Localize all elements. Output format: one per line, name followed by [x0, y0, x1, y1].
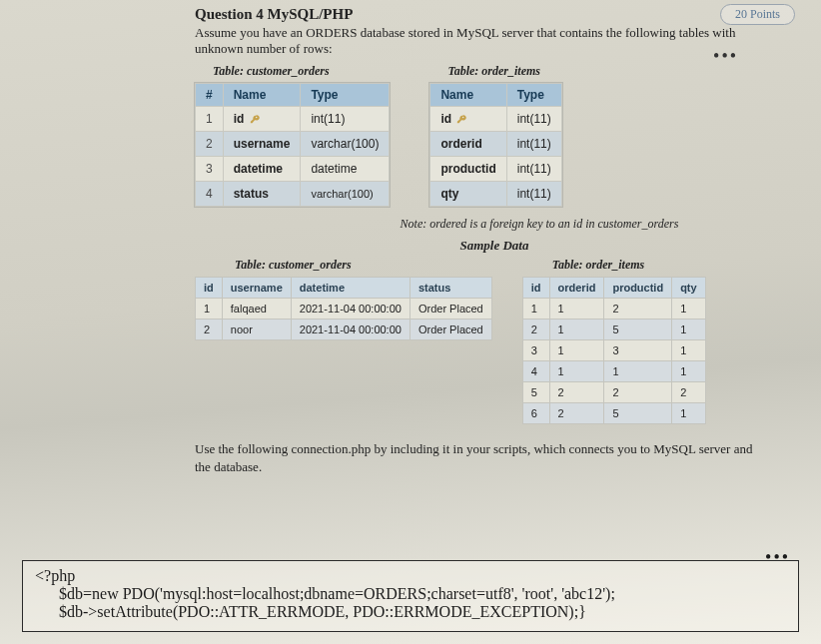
table-row: 2 noor 2021-11-04 00:00:00 Order Placed	[196, 320, 492, 340]
table-row: 5222	[522, 382, 705, 403]
sample-order-items: Table: order_items id orderid productid …	[522, 256, 706, 424]
more-icon[interactable]: •••	[765, 547, 790, 568]
connection-instruction: Use the following connection.php by incl…	[195, 440, 754, 475]
col-type: Type	[506, 84, 561, 107]
schema-caption: Table: customer_orders	[213, 64, 390, 79]
schema-table-right: Name Type id int(11) orderid int(11) pro…	[429, 83, 561, 207]
schema-order-items: Table: order_items Name Type id int(11) …	[429, 62, 561, 207]
table-row: 1 id int(11)	[196, 107, 390, 132]
table-row: qty int(11)	[430, 182, 561, 207]
more-icon[interactable]: •••	[713, 46, 738, 67]
schema-table-left: # Name Type 1 id int(11) 2 username varc…	[195, 83, 390, 207]
col-num: #	[196, 84, 224, 107]
schema-caption: Table: order_items	[447, 64, 561, 79]
table-row: 4111	[522, 361, 705, 382]
table-row: 3131	[522, 340, 705, 361]
sample-customer-orders: Table: customer_orders id username datet…	[195, 256, 492, 340]
code-line: <?php	[35, 567, 786, 585]
code-box: ••• <?php $db=new PDO('mysql:host=localh…	[22, 560, 799, 632]
table-row: 2151	[522, 320, 705, 340]
sample-caption: Table: customer_orders	[235, 258, 492, 273]
foreign-key-note: Note: ordered is a foreign key to an id …	[345, 217, 734, 232]
table-row: id int(11)	[430, 107, 561, 132]
col-type: Type	[301, 84, 390, 107]
sample-table-right: id orderid productid qty 1121 2151 3131 …	[522, 277, 706, 424]
table-row: productid int(11)	[430, 157, 561, 182]
col-name: Name	[430, 84, 506, 107]
table-row: 4 status varchar(100)	[196, 182, 390, 207]
schema-customer-orders: Table: customer_orders # Name Type 1 id …	[195, 62, 390, 207]
table-row: 3 datetime datetime	[196, 157, 390, 182]
sample-data-title: Sample Data	[235, 238, 754, 254]
question-title: Question 4 MySQL/PHP	[195, 6, 754, 23]
intro-text: Assume you have an ORDERS database store…	[195, 25, 754, 56]
table-row: orderid int(11)	[430, 132, 561, 157]
code-line: $db=new PDO('mysql:host=localhost;dbname…	[35, 585, 786, 603]
table-row: 6251	[522, 403, 705, 424]
table-row: 1 falqaed 2021-11-04 00:00:00 Order Plac…	[196, 299, 492, 320]
sample-table-left: id username datetime status 1 falqaed 20…	[195, 277, 492, 340]
primary-key-icon	[250, 115, 260, 125]
question-sheet: ••• Question 4 MySQL/PHP Assume you have…	[195, 6, 754, 475]
primary-key-icon	[456, 115, 466, 125]
sample-caption: Table: order_items	[552, 258, 706, 273]
col-name: Name	[223, 84, 301, 107]
code-line: $db->setAttribute(PDO::ATTR_ERRMODE, PDO…	[35, 603, 786, 621]
table-row: 2 username varchar(100)	[196, 132, 390, 157]
table-row: 1121	[522, 299, 705, 320]
